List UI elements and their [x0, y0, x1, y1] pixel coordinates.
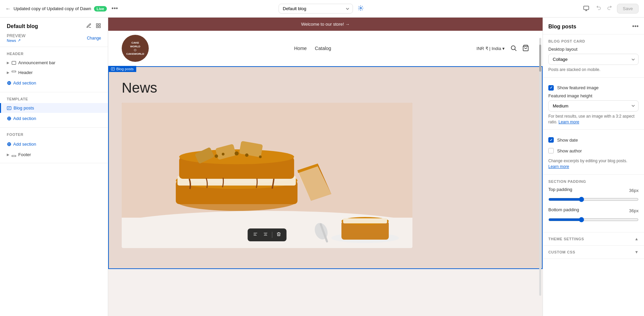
store-frame: Welcome to our store! → CAKEWORLD⬡CAKEWO… — [108, 18, 543, 316]
align-center-button[interactable] — [261, 230, 270, 239]
sidebar-item-label: Footer — [18, 152, 31, 157]
svg-point-33 — [215, 154, 218, 158]
left-panel-icons — [86, 23, 101, 29]
chevron-icon: ▶ — [7, 153, 9, 156]
svg-rect-1 — [584, 6, 589, 10]
template-section-label: TEMPLATE — [0, 96, 108, 103]
show-featured-image-checkbox[interactable]: ✓ — [548, 85, 554, 91]
store-logo: CAKEWORLD⬡CAKEWORLD — [122, 35, 149, 62]
preview-news: News ↗ — [7, 38, 25, 43]
bottom-padding-slider[interactable] — [548, 217, 639, 222]
nav-home[interactable]: Home — [294, 46, 307, 51]
canvas-scrollbar[interactable] — [539, 38, 541, 296]
bottom-padding-value: 36px — [629, 208, 639, 213]
blog-posts-section[interactable]: Blog posts News — [108, 66, 543, 269]
plus-icon: ⊕ — [7, 141, 11, 147]
right-panel-more-button[interactable]: ••• — [632, 23, 639, 30]
rp-padding-section: SECTION PADDING Top padding 36px Bottom … — [543, 175, 644, 233]
svg-rect-46 — [343, 218, 387, 223]
brush-icon[interactable] — [86, 23, 92, 29]
rp-blog-post-card-label: BLOG POST CARD — [548, 39, 639, 43]
section-icon — [111, 67, 115, 71]
sidebar-item-label: Blog posts — [14, 105, 34, 111]
right-panel-header: Blog posts ••• — [543, 18, 644, 34]
sidebar-item-announcement-bar[interactable]: ▶ Announcement bar — [0, 58, 108, 68]
svg-point-35 — [245, 153, 248, 157]
bottom-padding-row: Bottom padding 36px — [548, 207, 639, 223]
external-link-icon: ↗ — [18, 38, 21, 43]
scrollbar-thumb[interactable] — [539, 45, 541, 72]
desktop-layout-select[interactable]: Collage Grid List — [548, 54, 639, 65]
template-section-group: TEMPLATE Blog posts ⊕ Add section — [0, 92, 108, 128]
learn-more-link[interactable]: Learn more — [558, 120, 579, 124]
rp-desktop-layout-label: Desktop layout — [548, 47, 639, 52]
bottom-padding-label: Bottom padding — [548, 207, 579, 212]
svg-point-14 — [511, 46, 515, 50]
custom-css-collapsible[interactable]: CUSTOM CSS ▼ — [543, 246, 644, 259]
featured-image-height-select[interactable]: Small Medium Large Adapt to image — [548, 100, 639, 112]
show-featured-image-row: ✓ Show featured image — [548, 82, 639, 93]
live-badge: Live — [94, 6, 107, 11]
sidebar-item-header[interactable]: ▶ Header — [0, 68, 108, 77]
svg-rect-5 — [99, 24, 100, 25]
sidebar-item-blog-posts[interactable]: Blog posts — [0, 103, 108, 113]
search-icon[interactable] — [510, 45, 517, 52]
rp-padding-label: SECTION PADDING — [548, 179, 639, 184]
toolbar-divider — [272, 232, 272, 238]
show-author-label: Show author — [557, 148, 582, 153]
collapse-arrow-icon: ▼ — [635, 250, 639, 254]
template-add-section-button[interactable]: ⊕ Add section — [0, 113, 108, 124]
layout-icon[interactable] — [96, 23, 101, 29]
svg-rect-9 — [12, 71, 16, 72]
left-panel: Default blog PREVIEW News ↗ Change — [0, 18, 108, 316]
desktop-preview-icon[interactable] — [581, 3, 591, 15]
sidebar-item-footer[interactable]: ▶ Footer — [0, 150, 108, 160]
header-add-section-button[interactable]: ⊕ Add section — [0, 77, 108, 89]
preview-label: PREVIEW — [7, 33, 25, 38]
theme-settings-collapsible[interactable]: THEME SETTINGS ▲ — [543, 233, 644, 246]
align-left-button[interactable] — [251, 230, 260, 239]
svg-rect-4 — [96, 24, 98, 25]
preview-change-button[interactable]: Change — [87, 36, 101, 41]
store-header-right: INR ₹ | India ▾ — [477, 45, 529, 52]
blog-posts-section-label: Blog posts — [108, 66, 136, 72]
right-panel-title: Blog posts — [548, 24, 576, 30]
undo-button[interactable] — [594, 3, 603, 14]
footer-icon — [11, 152, 16, 157]
checkbox-check: ✓ — [550, 86, 553, 90]
show-date-checkbox[interactable]: ✓ — [548, 137, 554, 143]
chevron-icon: ▶ — [7, 71, 9, 74]
undo-redo — [594, 3, 614, 14]
topbar-right: Save — [370, 3, 639, 15]
svg-rect-13 — [12, 155, 16, 156]
top-padding-label: Top padding — [548, 187, 572, 192]
learn-more-excerpt-link[interactable]: Learn more — [548, 164, 569, 169]
announcement-text: Welcome to our store! → — [301, 22, 350, 27]
nav-catalog[interactable]: Catalog — [315, 46, 331, 51]
show-author-checkbox[interactable] — [548, 148, 554, 153]
footer-section-group: FOOTER ⊕ Add section ▶ Footer — [0, 128, 108, 163]
blog-featured-image — [122, 103, 412, 248]
footer-add-section-button[interactable]: ⊕ Add section — [0, 139, 108, 150]
save-button[interactable]: Save — [617, 4, 639, 14]
top-padding-slider[interactable] — [548, 197, 639, 202]
sidebar-item-label: Header — [18, 70, 33, 75]
plus-icon: ⊕ — [7, 80, 11, 86]
currency-selector[interactable]: INR ₹ | India ▾ — [477, 46, 505, 51]
page-select[interactable]: Default blog — [279, 4, 353, 14]
topbar: ← Updated copy of Updated copy of Dawn L… — [0, 0, 644, 18]
chevron-icon: ▶ — [7, 61, 9, 65]
svg-rect-7 — [99, 26, 100, 28]
redo-button[interactable] — [605, 3, 614, 14]
header-section-label: HEADER — [0, 50, 108, 58]
customize-icon[interactable] — [356, 3, 366, 15]
plus-icon: ⊕ — [7, 115, 11, 122]
back-icon[interactable]: ← — [5, 6, 11, 12]
cart-icon[interactable] — [522, 45, 529, 52]
svg-point-0 — [360, 7, 361, 9]
topbar-more-button[interactable]: ••• — [110, 4, 120, 14]
delete-button[interactable] — [275, 230, 283, 239]
floating-toolbar — [248, 228, 287, 241]
announcement-bar-icon — [11, 60, 16, 65]
topbar-center: Default blog — [279, 3, 366, 15]
